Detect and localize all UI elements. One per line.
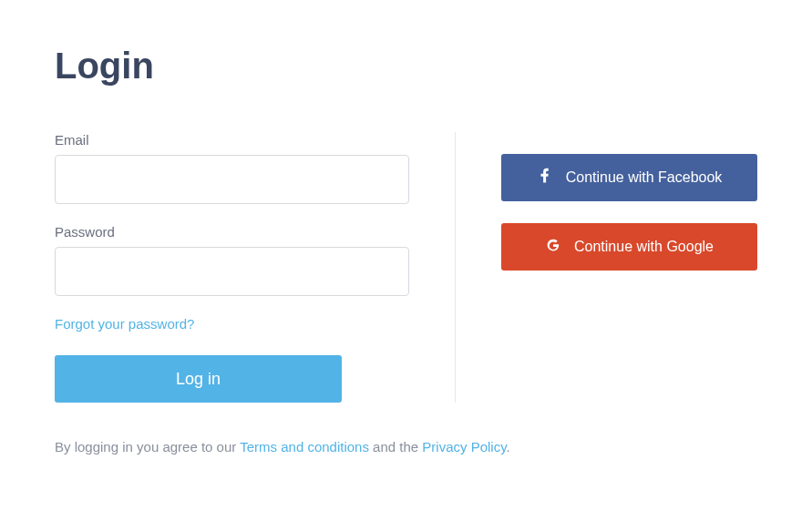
login-columns: Email Password Forgot your password? Log… (55, 132, 757, 403)
email-field-group: Email (55, 132, 409, 204)
continue-google-button[interactable]: Continue with Google (501, 223, 757, 271)
login-form-column: Email Password Forgot your password? Log… (55, 132, 456, 403)
terms-middle: and the (369, 439, 422, 454)
privacy-policy-link[interactable]: Privacy Policy (422, 439, 506, 454)
password-label: Password (55, 224, 409, 240)
login-button[interactable]: Log in (55, 355, 342, 403)
forgot-password-link[interactable]: Forgot your password? (55, 316, 194, 332)
terms-conditions-link[interactable]: Terms and conditions (240, 439, 369, 454)
facebook-button-label: Continue with Facebook (566, 169, 723, 186)
email-label: Email (55, 132, 409, 148)
continue-facebook-button[interactable]: Continue with Facebook (501, 154, 757, 201)
terms-suffix: . (507, 439, 510, 454)
facebook-icon (537, 168, 553, 188)
page-title: Login (55, 46, 757, 87)
google-icon (545, 237, 561, 257)
google-button-label: Continue with Google (574, 239, 714, 255)
social-login-column: Continue with Facebook Continue with Goo… (456, 132, 757, 403)
password-field[interactable] (55, 247, 409, 296)
terms-text: By logging in you agree to our Terms and… (55, 439, 757, 454)
terms-prefix: By logging in you agree to our (55, 439, 240, 454)
password-field-group: Password (55, 224, 409, 296)
email-field[interactable] (55, 155, 409, 204)
